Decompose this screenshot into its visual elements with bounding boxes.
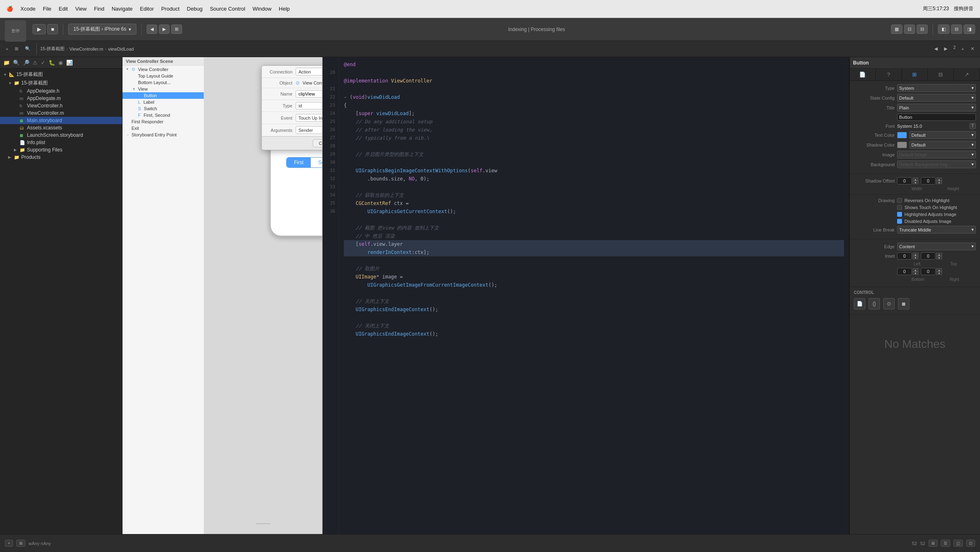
shadow-w-down[interactable]: ▼ — [913, 181, 918, 184]
inspector-reverses-checkbox[interactable] — [897, 198, 902, 203]
shadow-h-down[interactable]: ▼ — [936, 181, 942, 184]
close-nav-button[interactable]: ✕ — [968, 45, 977, 53]
apple-menu[interactable]: 🍎 — [7, 6, 13, 12]
popup-connection-select[interactable]: Action ▾ — [296, 68, 322, 76]
bottom-down[interactable]: ▼ — [913, 272, 918, 275]
inspector-image-select[interactable]: Default Image ▾ — [897, 151, 976, 158]
standard-editor-button[interactable]: ▦ — [891, 24, 902, 34]
right-down[interactable]: ▼ — [936, 272, 942, 275]
prev-button[interactable]: ◀ — [932, 45, 940, 53]
control-icon-4[interactable]: ◼ — [898, 298, 909, 309]
file-item-main-storyboard[interactable]: ◼ Main.storyboard — [0, 117, 122, 124]
inset-left-input[interactable] — [897, 252, 912, 260]
inspector-tab-file[interactable]: 📄 — [850, 69, 876, 80]
popup-cancel-button[interactable]: Cancel — [313, 139, 322, 147]
shadow-w-input[interactable] — [897, 177, 912, 185]
menu-editor[interactable]: Editor — [140, 6, 154, 12]
breadcrumb-project[interactable]: 15-拼幕截图 — [40, 46, 65, 52]
scene-item-bottom-layout[interactable]: Bottom Layout... — [122, 79, 204, 86]
file-item-info-plist[interactable]: 📄 Info.plist — [0, 139, 122, 146]
top-down[interactable]: ▼ — [936, 256, 942, 259]
status-add-button[interactable]: + — [5, 540, 13, 547]
inspector-tab-size[interactable]: ⊟ — [928, 69, 954, 80]
inspector-state-select[interactable]: Default ▾ — [897, 94, 976, 102]
right-up[interactable]: ▲ — [936, 268, 942, 272]
scene-item-label[interactable]: L Label — [122, 99, 204, 105]
inspector-title-select[interactable]: Plain ▾ — [897, 104, 976, 111]
inspector-type-select[interactable]: System ▾ — [897, 84, 976, 92]
debug-button[interactable]: ⊟ — [951, 24, 962, 34]
version-editor-button[interactable]: ⊟ — [917, 24, 928, 34]
mock-second-btn[interactable]: Second — [311, 158, 322, 167]
menu-find[interactable]: Find — [94, 6, 104, 12]
scheme-selector[interactable]: 15-拼幕截图 › iPhone 6s ▾ — [68, 24, 136, 35]
breadcrumb-file[interactable]: ViewController.m — [69, 47, 103, 51]
back-button[interactable]: ◀ — [147, 24, 157, 34]
status-format-btn-4[interactable]: ⊡ — [966, 540, 975, 547]
menu-product[interactable]: Product — [161, 6, 180, 12]
menu-edit[interactable]: Edit — [59, 6, 68, 12]
breadcrumb-method[interactable]: viewDidLoad — [108, 47, 134, 51]
status-format-btn-2[interactable]: ☰ — [941, 540, 950, 547]
file-item-viewcontroller-m[interactable]: m ViewController.m — [0, 109, 122, 117]
inspector-shadow-color-swatch[interactable] — [897, 142, 907, 148]
menu-source-control[interactable]: Source Control — [210, 6, 245, 12]
code-content[interactable]: @end @implementation ViewController - (v… — [339, 57, 849, 534]
menu-view[interactable]: View — [75, 6, 87, 12]
forward-button[interactable]: ▶ — [159, 24, 169, 34]
run-button[interactable]: ▶ — [33, 24, 46, 34]
issues-icon[interactable]: ⚠ — [33, 60, 38, 66]
left-down[interactable]: ▼ — [913, 256, 918, 259]
popup-arguments-select[interactable]: Sender ▾ — [296, 126, 322, 134]
inspector-tab-attributes[interactable]: ⊞ — [902, 69, 928, 80]
shadow-h-up[interactable]: ▲ — [936, 178, 942, 181]
inspector-font-button[interactable]: T — [969, 123, 976, 129]
bottom-up[interactable]: ▲ — [913, 268, 918, 272]
inspector-disabled-checkbox[interactable] — [897, 219, 902, 224]
inspector-shadow-color-select[interactable]: Default ▾ — [909, 141, 976, 149]
scene-item-segmented[interactable]: F First, Second — [122, 112, 204, 118]
scene-item-view-controller[interactable]: ▼ ⊙ View Controller — [122, 66, 204, 73]
control-icon-2[interactable]: {} — [869, 298, 880, 309]
status-filter-button[interactable]: ⊞ — [16, 540, 25, 547]
stop-button[interactable]: ■ — [47, 24, 58, 34]
next-button[interactable]: ▶ — [942, 45, 950, 53]
mock-segmented-control[interactable]: First Second — [286, 157, 322, 168]
files-icon[interactable]: 📁 — [3, 60, 10, 66]
inset-right-input[interactable] — [921, 268, 935, 275]
filter-button[interactable]: ⊞ — [12, 45, 21, 53]
menu-debug[interactable]: Debug — [187, 6, 203, 12]
inset-top-input[interactable] — [921, 252, 935, 260]
left-up[interactable]: ▲ — [913, 253, 918, 256]
menu-help[interactable]: Help — [279, 6, 290, 12]
control-icon-3[interactable]: ⊙ — [883, 298, 895, 309]
inspector-tab-help[interactable]: ? — [876, 69, 902, 80]
shadow-w-up[interactable]: ▲ — [913, 178, 918, 181]
breakpoints-icon[interactable]: ◉ — [58, 60, 63, 66]
popup-name-input[interactable] — [296, 90, 322, 98]
plus-nav-button[interactable]: + — [959, 45, 967, 53]
tests-icon[interactable]: ✓ — [41, 60, 45, 66]
add-file-button[interactable]: + — [3, 45, 11, 53]
menu-window[interactable]: Window — [253, 6, 272, 12]
status-format-btn-1[interactable]: ⊞ — [929, 540, 938, 547]
file-item-root[interactable]: ▼ 📐 15-拼幕截图 — [0, 70, 122, 79]
inspector-tab-connections[interactable]: ↗ — [954, 69, 980, 80]
control-icon-1[interactable]: 📄 — [854, 298, 865, 309]
scene-item-button[interactable]: B Button — [122, 92, 204, 99]
inspector-shows-checkbox[interactable] — [897, 205, 902, 210]
inspector-button[interactable]: ◨ — [964, 24, 975, 34]
inspector-edge-select[interactable]: Content ▾ — [897, 243, 976, 250]
popup-type-select[interactable]: id ● — [296, 102, 322, 109]
scene-item-switch[interactable]: S Switch — [122, 105, 204, 112]
shadow-h-input[interactable] — [921, 177, 935, 185]
symbols-icon[interactable]: 🔍 — [13, 60, 20, 66]
file-item-products[interactable]: ▶ 📁 Products — [0, 154, 122, 161]
file-item-assets[interactable]: 🗂 Assets.xcassets — [0, 124, 122, 131]
navigator-button[interactable]: ◧ — [938, 24, 949, 34]
find-icon[interactable]: 🔎 — [23, 60, 29, 66]
file-item-launch-storyboard[interactable]: ◼ LaunchScreen.storyboard — [0, 131, 122, 139]
mock-first-btn[interactable]: First — [287, 158, 311, 167]
inspector-highlighted-checkbox[interactable] — [897, 212, 902, 217]
file-item-group[interactable]: ▼ 📁 15-拼幕截图 — [0, 79, 122, 87]
